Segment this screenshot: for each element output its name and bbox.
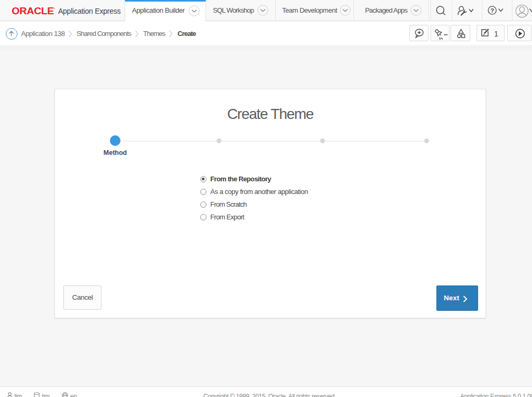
svg-text:?: ? <box>490 7 494 14</box>
